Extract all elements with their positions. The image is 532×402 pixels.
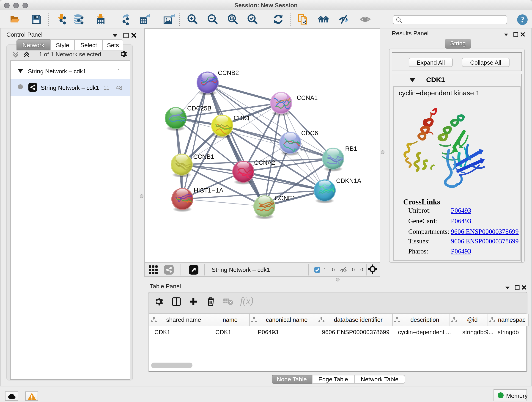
svg-text:CCNE1: CCNE1 [275, 195, 296, 202]
svg-text:CDC25B: CDC25B [187, 105, 212, 112]
svg-text:?: ? [520, 15, 524, 24]
svg-text:CCNB2: CCNB2 [218, 70, 239, 76]
svg-text:CCNA1: CCNA1 [297, 95, 318, 101]
svg-text:CDC6: CDC6 [301, 130, 318, 137]
svg-text:CCNB1: CCNB1 [193, 153, 214, 160]
svg-text:CCNA2: CCNA2 [254, 159, 275, 166]
svg-text:HIST1H1A: HIST1H1A [194, 187, 223, 194]
svg-text:RB1: RB1 [345, 145, 357, 152]
svg-text:CDK1: CDK1 [234, 115, 250, 121]
svg-text:CDKN1A: CDKN1A [336, 177, 361, 184]
